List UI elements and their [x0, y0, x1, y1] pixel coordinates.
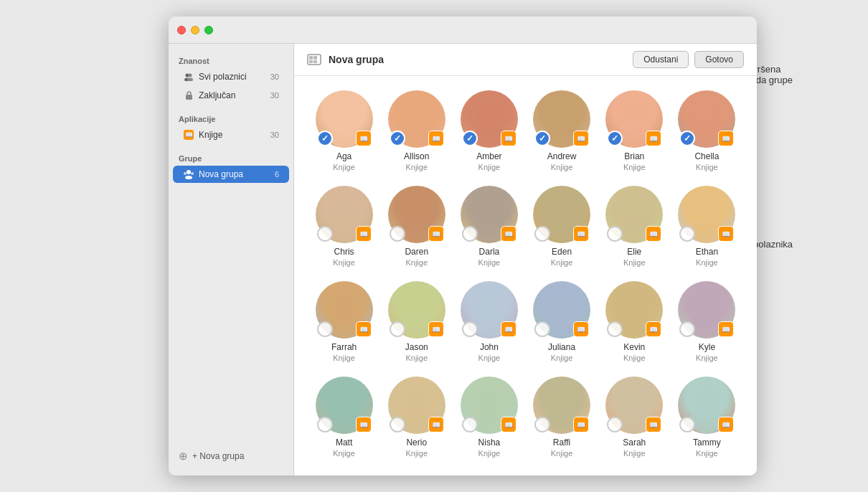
student-app: Knjige	[696, 449, 718, 458]
student-name: Amber	[476, 151, 501, 161]
student-avatar-wrap	[461, 281, 518, 339]
unselected-check	[317, 417, 333, 432]
app-badge	[501, 321, 516, 337]
svg-point-39	[329, 313, 360, 339]
student-card[interactable]: ChrisKnjige	[311, 186, 377, 267]
student-card[interactable]: ElieKnjige	[602, 186, 667, 267]
student-avatar-wrap	[388, 281, 445, 339]
student-card[interactable]: JulianaKnjige	[529, 281, 594, 362]
student-app: Knjige	[405, 163, 428, 171]
app-badge	[356, 417, 372, 432]
student-card[interactable]: ChellaKnjige	[674, 90, 740, 171]
student-app: Knjige	[478, 163, 501, 171]
student-card[interactable]: KevinKnjige	[602, 281, 667, 362]
student-name: Kyle	[699, 342, 715, 352]
student-name: Nerio	[406, 437, 427, 448]
student-card[interactable]: NerioKnjige	[384, 377, 449, 458]
student-card[interactable]: DarenKnjige	[384, 186, 449, 267]
student-name: John	[480, 342, 499, 352]
group-title-input[interactable]	[329, 54, 626, 65]
student-app: Knjige	[551, 258, 573, 267]
student-avatar-wrap	[316, 186, 373, 243]
minimize-button[interactable]	[191, 26, 199, 34]
student-name: Tammy	[693, 437, 721, 448]
student-name: Ethan	[696, 247, 718, 257]
student-avatar-wrap	[316, 377, 373, 434]
student-app: Knjige	[696, 163, 718, 171]
student-name: Chella	[694, 151, 719, 161]
sidebar: Znanost Svi polaznici 30	[169, 44, 294, 476]
student-app: Knjige	[478, 449, 501, 458]
student-app: Knjige	[333, 354, 355, 362]
student-app: Knjige	[551, 449, 573, 458]
student-avatar-wrap	[605, 186, 663, 243]
student-card[interactable]: NishaKnjige	[456, 377, 522, 458]
close-button[interactable]	[177, 26, 186, 34]
student-card[interactable]: KyleKnjige	[674, 281, 740, 362]
all-students-count: 30	[270, 72, 279, 81]
maximize-button[interactable]	[204, 26, 213, 34]
app-container: Dodavanje grupe Dovršenaizrada grupe Oda…	[75, 16, 793, 476]
app-badge	[718, 226, 734, 242]
student-app: Knjige	[333, 163, 355, 171]
student-name: Daren	[405, 247, 428, 257]
app-badge	[501, 131, 516, 146]
student-card[interactable]: MattKnjige	[311, 377, 377, 458]
sidebar-item-locked[interactable]: Zaključan 30	[173, 87, 289, 104]
student-avatar-wrap	[533, 186, 590, 243]
svg-point-5	[187, 170, 191, 174]
sidebar-item-books[interactable]: 📖 Knjige 30	[173, 126, 289, 143]
app-badge	[428, 226, 444, 242]
student-card[interactable]: AndrewKnjige	[529, 90, 594, 171]
nova-grupa-count: 6	[275, 170, 279, 179]
main-area: Znanost Svi polaznici 30	[169, 44, 757, 476]
student-avatar-wrap	[605, 281, 663, 339]
selected-check	[462, 131, 478, 146]
all-students-label: Svi polaznici	[199, 72, 266, 82]
student-card[interactable]: JohnKnjige	[456, 281, 522, 362]
student-card[interactable]: DarlaKnjige	[456, 186, 522, 267]
student-app: Knjige	[551, 163, 573, 171]
svg-point-15	[329, 122, 360, 148]
selected-check	[534, 131, 550, 146]
add-group-button[interactable]: ⊕ + Nova grupa	[169, 445, 293, 467]
student-name: Kevin	[623, 342, 645, 352]
done-button[interactable]: Gotovo	[694, 51, 744, 68]
svg-point-7	[191, 172, 194, 175]
books-label: Knjige	[199, 130, 266, 140]
app-badge	[718, 321, 734, 337]
sidebar-item-all-students[interactable]: Svi polaznici 30	[173, 68, 289, 85]
student-app: Knjige	[696, 258, 718, 267]
unselected-check	[317, 226, 333, 242]
student-name: Raffi	[553, 437, 570, 448]
student-card[interactable]: AmberKnjige	[456, 90, 522, 171]
add-group-label: + Nova grupa	[192, 451, 244, 461]
app-badge	[573, 131, 589, 146]
student-card[interactable]: AgaKnjige	[311, 90, 377, 171]
student-app: Knjige	[478, 354, 501, 362]
student-app: Knjige	[405, 354, 428, 362]
student-app: Knjige	[333, 258, 355, 267]
student-avatar-wrap	[605, 377, 663, 434]
student-card[interactable]: TammyKnjige	[674, 377, 740, 458]
sidebar-item-nova-grupa[interactable]: Nova grupa 6	[173, 166, 289, 183]
people-icon	[183, 71, 194, 82]
student-card[interactable]: EthanKnjige	[674, 186, 740, 267]
unselected-check	[462, 321, 478, 337]
student-avatar-wrap	[388, 377, 445, 434]
student-card[interactable]: SarahKnjige	[602, 377, 667, 458]
app-badge	[356, 226, 372, 242]
student-card[interactable]: AllisonKnjige	[384, 90, 449, 171]
student-card[interactable]: BrianKnjige	[602, 90, 667, 171]
student-card[interactable]: JasonKnjige	[384, 281, 449, 362]
student-card[interactable]: EdenKnjige	[529, 186, 594, 267]
svg-rect-13	[313, 60, 317, 63]
section-label-apps: Aplikacije	[169, 110, 293, 126]
student-avatar-wrap	[316, 90, 373, 148]
app-badge	[646, 226, 661, 242]
cancel-button[interactable]: Odustani	[633, 51, 689, 68]
student-avatar-wrap	[461, 377, 518, 434]
student-card[interactable]: RaffiKnjige	[529, 377, 594, 458]
student-card[interactable]: FarrahKnjige	[311, 281, 377, 362]
student-app: Knjige	[623, 354, 646, 362]
